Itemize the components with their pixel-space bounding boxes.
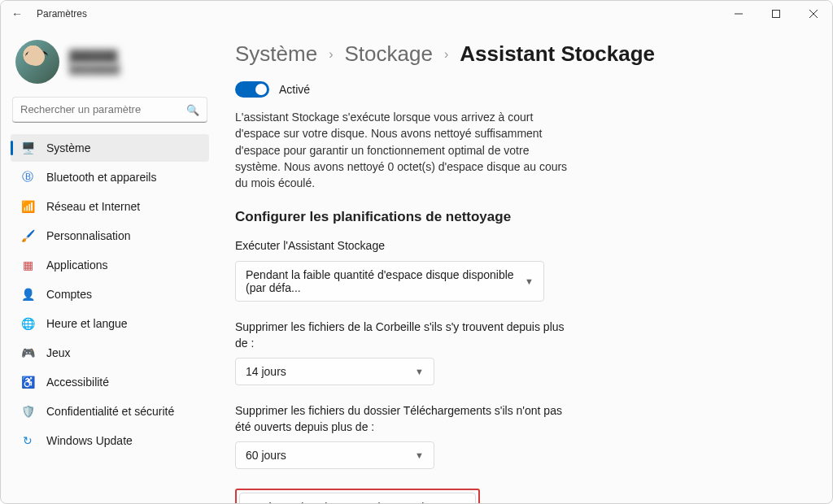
- person-icon: 👤: [20, 287, 35, 302]
- sidebar-item-label: Jeux: [46, 346, 71, 359]
- description-text: L'assistant Stockage s'exécute lorsque v…: [235, 109, 577, 191]
- run-storage-sense-now-button[interactable]: Exécuter l'Assistant Stockage maintenant: [239, 493, 476, 503]
- user-email: ████████: [69, 64, 120, 74]
- avatar: [15, 40, 59, 84]
- sidebar-item-personalization[interactable]: 🖌️ Personnalisation: [11, 222, 209, 250]
- titlebar: ← Paramètres: [1, 1, 832, 27]
- settings-window: ← Paramètres ██████ ████████: [0, 0, 833, 504]
- chevron-down-icon: ▼: [415, 367, 424, 376]
- wifi-icon: 📶: [20, 199, 35, 214]
- sidebar-item-accessibility[interactable]: ♿ Accessibilité: [11, 368, 209, 396]
- breadcrumb-storage[interactable]: Stockage: [344, 41, 432, 67]
- svg-rect-1: [773, 11, 780, 18]
- update-icon: ↻: [20, 433, 35, 448]
- chevron-down-icon: ▼: [525, 276, 534, 286]
- sidebar-item-time-lang[interactable]: 🌐 Heure et langue: [11, 310, 209, 337]
- bluetooth-icon: Ⓑ: [20, 170, 35, 185]
- select-value: 14 jours: [246, 365, 286, 378]
- minimize-button[interactable]: [720, 1, 757, 27]
- search-icon: 🔍: [186, 104, 199, 116]
- chevron-right-icon: ›: [329, 47, 333, 62]
- sidebar-item-accounts[interactable]: 👤 Comptes: [11, 280, 209, 308]
- sidebar-item-label: Windows Update: [46, 434, 133, 447]
- globe-icon: 🌐: [20, 316, 35, 331]
- sidebar-item-label: Accessibilité: [46, 376, 109, 389]
- nav: 🖥️ Système Ⓑ Bluetooth et appareils 📶 Ré…: [11, 134, 209, 454]
- sidebar-item-label: Bluetooth et appareils: [46, 171, 156, 184]
- user-name: ██████: [69, 50, 120, 63]
- sidebar-item-label: Applications: [46, 259, 108, 272]
- close-button[interactable]: [795, 1, 832, 27]
- sidebar-item-gaming[interactable]: 🎮 Jeux: [11, 339, 209, 367]
- sidebar-item-network[interactable]: 📶 Réseau et Internet: [11, 193, 209, 220]
- downloads-label: Supprimer les fichiers du dossier Téléch…: [235, 403, 573, 435]
- storage-sense-toggle[interactable]: [235, 81, 269, 98]
- sidebar-item-bluetooth[interactable]: Ⓑ Bluetooth et appareils: [11, 163, 209, 191]
- back-button[interactable]: ←: [7, 7, 27, 20]
- run-frequency-select[interactable]: Pendant la faible quantité d'espace disq…: [235, 261, 544, 302]
- sidebar-item-label: Heure et langue: [46, 317, 128, 330]
- search-input[interactable]: [12, 97, 207, 123]
- highlight-annotation: Exécuter l'Assistant Stockage maintenant: [235, 489, 480, 503]
- accessibility-icon: ♿: [20, 375, 35, 389]
- sidebar-item-label: Confidentialité et sécurité: [46, 405, 174, 418]
- select-value: 60 jours: [246, 449, 286, 462]
- minimize-icon: [735, 10, 743, 18]
- sidebar-item-update[interactable]: ↻ Windows Update: [11, 427, 209, 454]
- display-icon: 🖥️: [20, 141, 35, 155]
- sidebar-item-system[interactable]: 🖥️ Système: [11, 134, 209, 162]
- maximize-icon: [772, 10, 780, 18]
- select-value: Pendant la faible quantité d'espace disq…: [246, 268, 525, 294]
- toggle-state-label: Activé: [279, 83, 310, 96]
- configure-heading: Configurer les planifications de nettoya…: [235, 209, 809, 225]
- chevron-down-icon: ▼: [415, 450, 424, 460]
- maximize-button[interactable]: [757, 1, 795, 27]
- sidebar-item-label: Réseau et Internet: [46, 200, 140, 213]
- brush-icon: 🖌️: [20, 228, 35, 243]
- gamepad-icon: 🎮: [20, 345, 35, 360]
- recycle-bin-select[interactable]: 14 jours ▼: [235, 358, 434, 385]
- user-block[interactable]: ██████ ████████: [11, 35, 209, 95]
- apps-icon: ▦: [20, 258, 35, 272]
- main-content: Système › Stockage › Assistant Stockage …: [219, 27, 832, 503]
- breadcrumb-system[interactable]: Système: [235, 41, 317, 67]
- window-title: Paramètres: [37, 8, 87, 20]
- sidebar-item-privacy[interactable]: 🛡️ Confidentialité et sécurité: [11, 398, 209, 425]
- downloads-select[interactable]: 60 jours ▼: [235, 441, 434, 469]
- close-icon: [809, 10, 818, 18]
- sidebar-item-apps[interactable]: ▦ Applications: [11, 251, 209, 279]
- chevron-right-icon: ›: [444, 47, 448, 62]
- sidebar-item-label: Personnalisation: [46, 229, 131, 242]
- run-frequency-label: Exécuter l'Assistant Stockage: [235, 238, 573, 254]
- sidebar-item-label: Comptes: [46, 288, 92, 301]
- sidebar: ██████ ████████ 🔍 🖥️ Système Ⓑ Bluetooth…: [1, 27, 219, 503]
- shield-icon: 🛡️: [20, 404, 35, 419]
- breadcrumb: Système › Stockage › Assistant Stockage: [235, 41, 809, 67]
- breadcrumb-current: Assistant Stockage: [460, 41, 655, 67]
- sidebar-item-label: Système: [46, 141, 90, 154]
- recycle-bin-label: Supprimer les fichiers de la Corbeille s…: [235, 319, 573, 351]
- button-label: Exécuter l'Assistant Stockage maintenant: [253, 501, 462, 503]
